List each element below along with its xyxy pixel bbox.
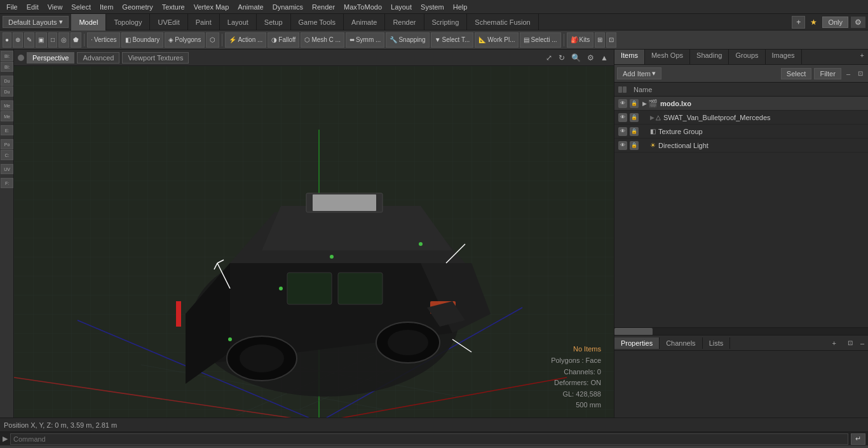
item-eye-3[interactable]: 👁	[618, 127, 627, 136]
props-tab-lists[interactable]: Lists	[703, 337, 731, 349]
items-tab-items[interactable]: Items	[614, 50, 645, 64]
star-button[interactable]: ★	[808, 17, 820, 28]
items-toolbar-options[interactable]: –	[844, 69, 853, 79]
add-item-button[interactable]: Add Item ▾	[617, 67, 661, 79]
items-scrollbar[interactable]	[614, 327, 868, 335]
menu-help[interactable]: Help	[449, 2, 471, 12]
tool-symm[interactable]: ⬌ Symm ...	[346, 32, 384, 48]
tool-mode-1[interactable]: ●	[3, 32, 11, 48]
sidebar-tool-11[interactable]: F:	[1, 178, 13, 188]
menu-item[interactable]: Item	[96, 2, 117, 12]
sidebar-tool-10[interactable]: UV	[1, 164, 13, 174]
tab-advanced[interactable]: Advanced	[77, 52, 119, 64]
tool-snapping[interactable]: 🔧 Snapping	[386, 32, 429, 48]
menu-system[interactable]: System	[417, 2, 448, 12]
menu-file[interactable]: File	[3, 2, 22, 12]
vp-rotate-icon[interactable]: ↻	[557, 53, 567, 63]
items-tab-shading[interactable]: Shading	[690, 50, 729, 64]
item-eye-2[interactable]: 👁	[618, 113, 627, 122]
tool-mode-6[interactable]: ◎	[58, 32, 69, 48]
props-tab-channels[interactable]: Channels	[660, 337, 702, 349]
props-expand-icon[interactable]: ⊡	[844, 337, 857, 348]
vp-maximize-icon[interactable]: ▲	[599, 53, 610, 63]
tool-edges[interactable]: ⬡	[206, 32, 219, 48]
vp-settings-icon[interactable]: ⚙	[585, 53, 596, 63]
sidebar-tool-2[interactable]: Bl:	[1, 62, 13, 72]
tool-view-1[interactable]: ⊞	[595, 32, 605, 48]
sidebar-tool-9[interactable]: C:	[1, 150, 13, 160]
tab-scripting[interactable]: Scripting	[424, 14, 468, 31]
only-button[interactable]: Only	[822, 17, 848, 28]
tab-animate[interactable]: Animate	[344, 14, 385, 31]
tool-select-t[interactable]: ▼ Select T...	[431, 32, 474, 48]
menu-maxtomodo[interactable]: MaxToModo	[340, 2, 386, 12]
vp-zoom-icon[interactable]: 🔍	[569, 53, 583, 63]
item-eye-4[interactable]: 👁	[618, 141, 627, 150]
menu-dynamics[interactable]: Dynamics	[269, 2, 307, 12]
add-layout-button[interactable]: +	[792, 16, 805, 29]
tool-mode-4[interactable]: ▣	[36, 32, 47, 48]
item-eye-1[interactable]: 👁	[618, 99, 627, 108]
viewport-dot[interactable]	[18, 55, 24, 61]
items-plus-button[interactable]: +	[857, 50, 868, 64]
list-item[interactable]: 👁 🔒 ◧ Texture Group	[614, 125, 868, 139]
menu-select[interactable]: Select	[67, 2, 95, 12]
tab-setup[interactable]: Setup	[257, 14, 291, 31]
tool-kits[interactable]: 🎒 Kits	[567, 32, 594, 48]
list-item[interactable]: 👁 🔒 ▶ 🎬 modo.lxo	[614, 97, 868, 111]
menu-layout[interactable]: Layout	[387, 2, 416, 12]
tab-perspective[interactable]: Perspective	[27, 52, 74, 64]
props-options-icon[interactable]: –	[857, 337, 868, 349]
tool-vertices[interactable]: · Vertices	[87, 32, 120, 48]
menu-edit[interactable]: Edit	[23, 2, 43, 12]
tool-mode-5[interactable]: □	[48, 32, 57, 48]
sidebar-tool-6[interactable]: Me	[1, 111, 13, 121]
sidebar-tool-8[interactable]: Po	[1, 139, 13, 149]
tab-render[interactable]: Render	[385, 14, 424, 31]
tool-mode-7[interactable]: ⬟	[71, 32, 81, 48]
tool-polygons[interactable]: ◈ Polygons	[165, 32, 205, 48]
tab-layout[interactable]: Layout	[220, 14, 257, 31]
sidebar-tool-7[interactable]: E:	[1, 125, 13, 135]
sidebar-tool-1[interactable]: Bl:	[1, 51, 13, 61]
tool-falloff[interactable]: ◑ Falloff	[268, 32, 299, 48]
props-plus-button[interactable]: +	[827, 337, 841, 349]
tool-view-2[interactable]: ⊡	[606, 32, 616, 48]
tab-game-tools[interactable]: Game Tools	[291, 14, 344, 31]
sidebar-tool-5[interactable]: Me	[1, 100, 13, 111]
tab-topology[interactable]: Topology	[106, 14, 150, 31]
tool-mode-2[interactable]: ⊕	[13, 32, 23, 48]
list-item[interactable]: 👁 🔒 ☀ Directional Light	[614, 139, 868, 153]
props-tab-properties[interactable]: Properties	[614, 337, 660, 349]
tab-model[interactable]: Model	[71, 14, 106, 31]
list-item[interactable]: 👁 🔒 ▶ △ SWAT_Van_Bulletproof_Mercedes	[614, 111, 868, 125]
tab-paint[interactable]: Paint	[188, 14, 220, 31]
sidebar-tool-4[interactable]: Du	[1, 86, 13, 97]
layout-dropdown[interactable]: Default Layouts ▾	[3, 16, 69, 28]
vp-move-icon[interactable]: ⤢	[544, 53, 554, 63]
gear-button[interactable]: ⚙	[851, 17, 865, 28]
menu-texture[interactable]: Texture	[158, 2, 189, 12]
tab-uvedit[interactable]: UVEdit	[150, 14, 187, 31]
tool-selecti[interactable]: ▤ Selecti ...	[520, 32, 560, 48]
command-enter-button[interactable]: ↵	[851, 433, 865, 445]
items-tab-images[interactable]: Images	[766, 50, 802, 64]
viewport[interactable]: X Y Z No Items Polygons : Face Channels:…	[14, 66, 614, 417]
sidebar-tool-3[interactable]: Du	[1, 76, 13, 86]
menu-render[interactable]: Render	[308, 2, 339, 12]
tool-action[interactable]: ⚡ Action ...	[225, 32, 266, 48]
menu-geometry[interactable]: Geometry	[118, 2, 156, 12]
menu-animate[interactable]: Animate	[234, 2, 267, 12]
tab-viewport-textures[interactable]: Viewport Textures	[122, 52, 189, 64]
tool-work-pl[interactable]: 📐 Work Pl...	[475, 32, 519, 48]
filter-button[interactable]: Filter	[814, 68, 841, 79]
tool-mode-3[interactable]: ✎	[24, 32, 34, 48]
items-expand-icon[interactable]: ⊡	[855, 69, 865, 78]
menu-vertex-map[interactable]: Vertex Map	[190, 2, 233, 12]
select-button[interactable]: Select	[781, 68, 812, 79]
tool-boundary[interactable]: ◧ Boundary	[121, 32, 163, 48]
tool-mesh-c[interactable]: ⬡ Mesh C ...	[301, 32, 344, 48]
items-tab-groups[interactable]: Groups	[729, 50, 765, 64]
tab-schematic-fusion[interactable]: Schematic Fusion	[467, 14, 538, 31]
items-tab-mesh-ops[interactable]: Mesh Ops	[645, 50, 690, 64]
